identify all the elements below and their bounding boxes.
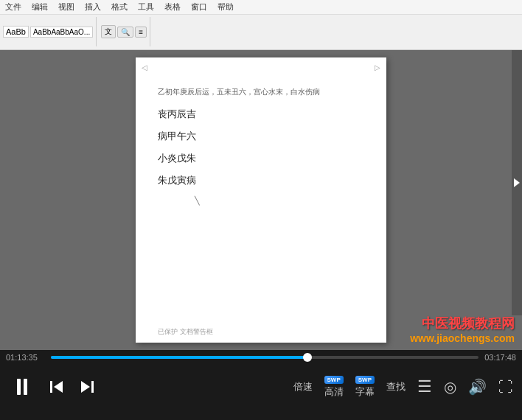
doc-content-area: ◁ ▷ 乙初年庚辰后运，五未丑六，宫心水末，白水伤病 丧丙辰吉 病甲午六 小炎戊…: [0, 50, 522, 350]
right-scroll-button[interactable]: [512, 50, 522, 315]
progress-fill: [51, 356, 307, 359]
ribbon-group-font: AaBb AaBbAaBbAaO...: [3, 17, 97, 46]
subtitle-label: 字幕: [355, 385, 375, 399]
ribbon-btn-1[interactable]: 文: [101, 25, 116, 38]
ribbon-btn-2[interactable]: 🔍: [117, 27, 133, 38]
step-forward-button[interactable]: [77, 377, 97, 397]
pause-bar-right: [24, 379, 27, 395]
player-controls: 01:13:35 03:17:48: [0, 350, 522, 420]
font-heading[interactable]: AaBbAaBbAaO...: [30, 27, 93, 38]
subtitle-control[interactable]: SWP 字幕: [355, 376, 375, 399]
menu-table[interactable]: 表格: [162, 1, 183, 13]
play-pause-button[interactable]: [9, 374, 35, 400]
progress-thumb[interactable]: [303, 353, 312, 362]
quality-badge: SWP: [324, 376, 344, 384]
menu-file[interactable]: 文件: [3, 1, 24, 13]
time-total: 03:17:48: [483, 353, 516, 362]
subtitle-badge: SWP: [355, 376, 375, 384]
doc-footer: 已保护 文档警告框: [158, 327, 213, 337]
right-controls: 倍速 SWP 高清 SWP 字幕 查找 ☰ ◎: [293, 376, 513, 399]
toolbar-area: 文件 编辑 视图 插入 格式 工具 表格 窗口 帮助 AaBb AaBbAaBb…: [0, 0, 522, 50]
scroll-arrow-right: [514, 178, 520, 187]
menu-window[interactable]: 窗口: [189, 1, 209, 13]
menu-edit[interactable]: 编辑: [29, 1, 50, 13]
pause-bar-left: [17, 379, 21, 395]
step-forward-bar: [91, 381, 94, 393]
pause-icon: [17, 379, 27, 395]
step-forward-icon: [81, 381, 94, 393]
step-back-button[interactable]: [46, 377, 66, 397]
progress-track[interactable]: [51, 356, 478, 359]
corner-tl: ◁: [142, 63, 147, 71]
doc-line-3: 小炎戊朱: [158, 152, 364, 165]
quality-control[interactable]: SWP 高清: [324, 376, 344, 399]
ribbon-bar: AaBb AaBbAaBbAaO... 文 🔍 ≡: [0, 15, 522, 49]
step-forward-triangle: [81, 381, 90, 393]
search-label: 查找: [386, 380, 406, 393]
menu-help[interactable]: 帮助: [215, 1, 236, 13]
speed-control[interactable]: 倍速: [293, 380, 313, 393]
progress-area: 01:13:35 03:17:48: [0, 350, 522, 365]
ribbon-btn-3[interactable]: ≡: [135, 27, 147, 38]
menu-view[interactable]: 视图: [56, 1, 77, 13]
menu-format[interactable]: 格式: [109, 1, 130, 13]
ribbon-group-tools: 文 🔍 ≡: [101, 17, 150, 46]
document-viewer: 文件 编辑 视图 插入 格式 工具 表格 窗口 帮助 AaBb AaBbAaBb…: [0, 0, 522, 350]
speed-label: 倍速: [293, 380, 313, 393]
doc-subtitle: 乙初年庚辰后运，五未丑六，宫心水末，白水伤病: [158, 87, 364, 97]
time-current: 01:13:35: [6, 353, 46, 362]
search-control[interactable]: 查找: [386, 380, 406, 393]
list-icon-button[interactable]: ☰: [417, 377, 432, 396]
volume-icon-button[interactable]: 🔊: [468, 378, 487, 396]
fullscreen-icon-button[interactable]: ⛶: [498, 379, 513, 396]
doc-line-4: 朱戊寅病: [158, 174, 364, 187]
step-back-triangle: [54, 381, 63, 393]
target-icon-button[interactable]: ◎: [444, 378, 456, 396]
doc-line-2: 病甲午六: [158, 130, 364, 143]
menu-insert[interactable]: 插入: [83, 1, 103, 13]
menu-tools[interactable]: 工具: [136, 1, 156, 13]
step-back-icon: [50, 381, 63, 393]
corner-tr: ▷: [375, 63, 380, 71]
doc-line-1: 丧丙辰吉: [158, 108, 364, 121]
document-page: ◁ ▷ 乙初年庚辰后运，五未丑六，宫心水末，白水伤病 丧丙辰吉 病甲午六 小炎戊…: [136, 57, 386, 343]
menu-bar: 文件 编辑 视图 插入 格式 工具 表格 窗口 帮助: [0, 0, 522, 15]
font-normal[interactable]: AaBb: [3, 26, 29, 38]
left-controls: [9, 374, 97, 400]
main-video-area: 文件 编辑 视图 插入 格式 工具 表格 窗口 帮助 AaBb AaBbAaBb…: [0, 0, 522, 350]
step-back-bar: [50, 381, 52, 393]
quality-label: 高清: [324, 385, 344, 399]
controls-row: 倍速 SWP 高清 SWP 字幕 查找 ☰ ◎: [0, 365, 522, 409]
font-style-group: AaBb AaBbAaBbAaO...: [3, 26, 93, 38]
